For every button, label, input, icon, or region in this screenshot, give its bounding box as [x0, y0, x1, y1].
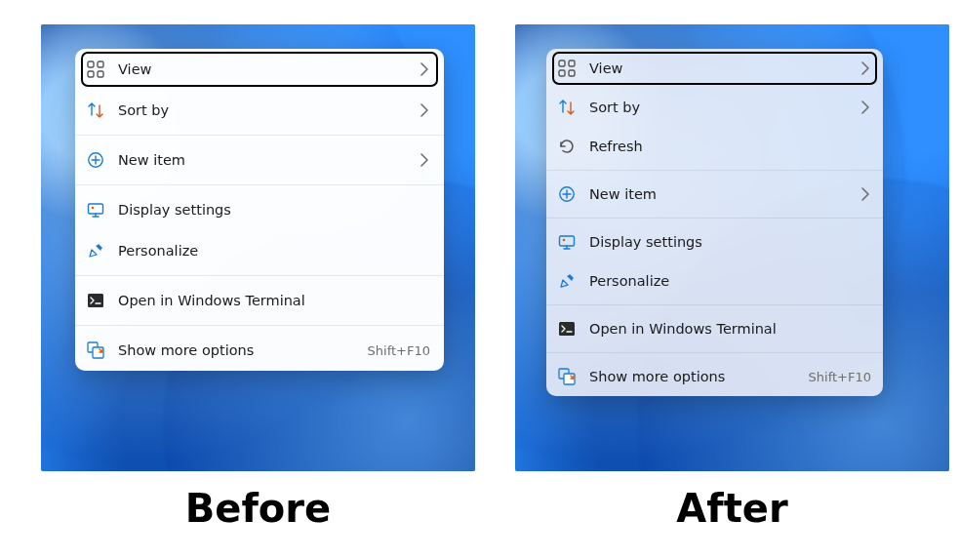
display-icon — [558, 233, 576, 251]
menu-item-label: Personalize — [118, 243, 430, 259]
chevron-right-icon — [858, 99, 871, 116]
menu-item-label: New item — [589, 186, 844, 202]
more-options-icon — [558, 368, 576, 385]
menu-item-new[interactable]: New item — [546, 175, 883, 214]
separator — [546, 352, 883, 353]
menu-item-label: New item — [118, 152, 403, 168]
chevron-right-icon — [858, 60, 871, 77]
caption-before: Before — [41, 486, 475, 531]
menu-item-label: Open in Windows Terminal — [589, 321, 871, 337]
separator — [75, 275, 444, 276]
plus-circle-icon — [558, 185, 576, 203]
menu-item-refresh[interactable]: Refresh — [546, 127, 883, 166]
menu-item-sort[interactable]: Sort by — [75, 90, 444, 131]
menu-item-view[interactable]: View — [546, 49, 883, 88]
terminal-icon — [558, 320, 576, 338]
menu-item-label: Sort by — [118, 102, 403, 118]
shortcut-hint: Shift+F10 — [368, 343, 430, 358]
display-icon — [87, 201, 104, 219]
sort-icon — [87, 101, 104, 119]
brush-icon — [558, 272, 576, 290]
terminal-icon — [87, 292, 104, 309]
refresh-icon — [558, 138, 576, 155]
view-icon — [558, 60, 576, 77]
menu-item-personalize[interactable]: Personalize — [75, 230, 444, 271]
chevron-right-icon — [417, 101, 430, 119]
separator — [75, 325, 444, 326]
menu-item-label: Show more options — [589, 369, 795, 384]
menu-item-label: Show more options — [118, 342, 354, 358]
menu-item-more-options[interactable]: Show more options Shift+F10 — [546, 357, 883, 396]
menu-item-terminal[interactable]: Open in Windows Terminal — [75, 280, 444, 321]
menu-item-label: Sort by — [589, 100, 844, 115]
more-options-icon — [87, 341, 104, 359]
view-icon — [87, 60, 104, 78]
menu-item-display-settings[interactable]: Display settings — [75, 189, 444, 230]
separator — [75, 135, 444, 136]
menu-item-label: View — [118, 61, 403, 77]
menu-item-new[interactable]: New item — [75, 140, 444, 180]
menu-item-more-options[interactable]: Show more options Shift+F10 — [75, 330, 444, 371]
before-pane: View Sort by New item Display settings P… — [41, 24, 475, 471]
menu-item-label: Display settings — [589, 234, 871, 250]
chevron-right-icon — [417, 60, 430, 78]
plus-circle-icon — [87, 151, 104, 169]
brush-icon — [87, 242, 104, 260]
menu-item-view[interactable]: View — [75, 49, 444, 90]
caption-after: After — [515, 486, 949, 531]
context-menu-after: View Sort by Refresh New item Display se… — [546, 49, 883, 396]
menu-item-terminal[interactable]: Open in Windows Terminal — [546, 309, 883, 348]
menu-item-label: Refresh — [589, 139, 871, 154]
chevron-right-icon — [417, 151, 430, 169]
menu-item-sort[interactable]: Sort by — [546, 88, 883, 127]
menu-item-label: Personalize — [589, 273, 871, 289]
context-menu-before: View Sort by New item Display settings P… — [75, 49, 444, 371]
sort-icon — [558, 99, 576, 116]
separator — [546, 218, 883, 219]
chevron-right-icon — [858, 185, 871, 203]
after-pane: View Sort by Refresh New item Display se… — [515, 24, 949, 471]
separator — [546, 304, 883, 305]
menu-item-display-settings[interactable]: Display settings — [546, 222, 883, 261]
separator — [75, 184, 444, 185]
menu-item-label: Display settings — [118, 202, 430, 218]
shortcut-hint: Shift+F10 — [809, 370, 871, 384]
menu-item-label: View — [589, 60, 844, 76]
menu-item-personalize[interactable]: Personalize — [546, 261, 883, 300]
separator — [546, 170, 883, 171]
menu-item-label: Open in Windows Terminal — [118, 293, 430, 308]
